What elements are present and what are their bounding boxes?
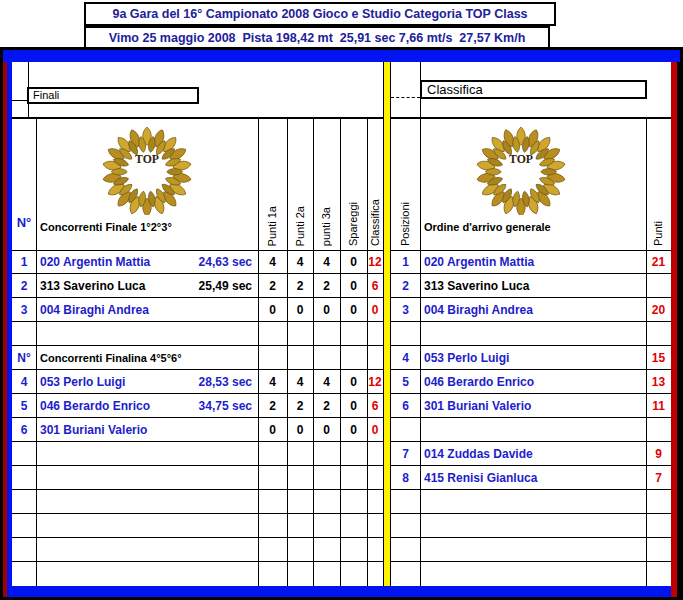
table-row: 5 046 Berardo Enrico 13 [391, 370, 671, 394]
competitor-cell: 004 Biraghi Andrea [40, 298, 258, 322]
rank-cell: 6 [391, 394, 420, 418]
classifica-cell: 6 [367, 274, 383, 298]
classifica-cell: 0 [367, 298, 383, 322]
rank-cell: 1 [12, 250, 36, 274]
competitor-name: 415 Renisi Gianluca [424, 466, 644, 490]
race-results-sheet: 9a Gara del 16° Campionato 2008 Gioco e … [0, 0, 683, 600]
competitor-cell: 301 Buriani Valerio [40, 418, 258, 442]
competitor-name: 313 Saverino Luca [40, 274, 145, 298]
punti1-cell: 4 [258, 370, 287, 394]
classifica-section-label: Classifica [420, 80, 647, 99]
gridline [12, 100, 28, 101]
laurel-wreath-icon: TOP [100, 121, 194, 215]
punti-cell: 9 [646, 442, 671, 466]
punti1-cell: 2 [258, 394, 287, 418]
competitor-cell: 046 Berardo Enrico 34,75 sec [40, 394, 258, 418]
competitor-name: 004 Biraghi Andrea [424, 298, 644, 322]
punti-cell: 21 [646, 250, 671, 274]
rank-cell: 4 [12, 370, 36, 394]
left-col-header-num: N° [12, 215, 36, 230]
competitor-name: 014 Zuddas Davide [424, 442, 644, 466]
table-top-border [391, 117, 671, 119]
competitor-name: 046 Berardo Enrico [424, 370, 644, 394]
competitor-name: 301 Buriani Valerio [40, 418, 147, 442]
table-row: 6 301 Buriani Valerio 0 0 0 0 0 [12, 418, 383, 442]
table-row: 1 020 Argentin Mattia 21 [391, 250, 671, 274]
punti3-cell: 4 [313, 370, 340, 394]
page-title: 9a Gara del 16° Campionato 2008 Gioco e … [84, 2, 556, 26]
competitor-time: 34,75 sec [199, 394, 252, 418]
finali-section-label: Finali [27, 87, 199, 104]
punti2-cell: 0 [287, 298, 313, 322]
spareggi-cell: 0 [340, 418, 367, 442]
competitor-cell: 313 Saverino Luca 25,49 sec [40, 274, 258, 298]
table-row: 3 004 Biraghi Andrea 0 0 0 0 0 [12, 298, 383, 322]
table-row: 7 014 Zuddas Davide 9 [391, 442, 671, 466]
table-row: 8 415 Renisi Gianluca 7 [391, 466, 671, 490]
competitor-time: 24,63 sec [199, 250, 252, 274]
left-col-header-punti3: punti 3a [313, 150, 340, 246]
rank-cell: 6 [12, 418, 36, 442]
rank-cell: 3 [12, 298, 36, 322]
frame-top-bar [3, 50, 680, 62]
punti-cell: 7 [646, 466, 671, 490]
punti2-cell: 4 [287, 370, 313, 394]
rank-cell: 1 [391, 250, 420, 274]
competitor-name: 004 Biraghi Andrea [40, 298, 149, 322]
classifica-cell: 6 [367, 394, 383, 418]
punti3-cell: 4 [313, 250, 340, 274]
competitor-time: 25,49 sec [199, 274, 252, 298]
punti3-cell: 2 [313, 274, 340, 298]
wreath-top-text: TOP [135, 153, 159, 166]
finalina-header-row: N° Concorrenti Finalina 4°5°6° [12, 346, 383, 370]
right-col-header-punti: Punti [646, 150, 671, 246]
spareggi-cell: 0 [340, 298, 367, 322]
rank-cell: 2 [12, 274, 36, 298]
competitor-name: 301 Buriani Valerio [424, 394, 644, 418]
punti2-cell: 2 [287, 274, 313, 298]
competitor-name: 046 Berardo Enrico [40, 394, 150, 418]
punti2-cell: 0 [287, 418, 313, 442]
left-col-header-competitors: Concorrenti Finale 1°2°3° [40, 221, 172, 233]
punti-cell: 15 [646, 346, 671, 370]
punti3-cell: 2 [313, 394, 340, 418]
rank-cell: 3 [391, 298, 420, 322]
competitor-cell: 020 Argentin Mattia 24,63 sec [40, 250, 258, 274]
frame-bottom-bar [7, 586, 671, 597]
table-row: 4 053 Perlo Luigi 28,53 sec 4 4 4 0 12 [12, 370, 383, 394]
finalina-num-header: N° [12, 346, 36, 370]
left-col-header-spareggi: Spareggi [340, 150, 367, 246]
dashed-gridline [391, 97, 420, 98]
left-col-header-punti2: Punti 2a [287, 150, 313, 246]
punti-cell: 20 [646, 298, 671, 322]
wreath-top-text: TOP [509, 153, 533, 166]
finalina-label: Concorrenti Finalina 4°5°6° [40, 346, 182, 370]
competitor-name: 020 Argentin Mattia [40, 250, 150, 274]
table-row: 6 301 Buriani Valerio 11 [391, 394, 671, 418]
table-row: 2 313 Saverino Luca 25,49 sec 2 2 2 0 6 [12, 274, 383, 298]
classifica-cell: 0 [367, 418, 383, 442]
punti3-cell: 0 [313, 418, 340, 442]
competitor-time: 28,53 sec [199, 370, 252, 394]
laurel-wreath-icon: TOP [474, 121, 568, 215]
punti-cell [646, 274, 671, 298]
table-row: 4 053 Perlo Luigi 15 [391, 346, 671, 370]
table-row: 2 313 Saverino Luca [391, 274, 671, 298]
competitor-name: 053 Perlo Luigi [424, 346, 644, 370]
left-col-header-punti1: Punti 1a [258, 150, 287, 246]
spareggi-cell: 0 [340, 250, 367, 274]
table-row: 3 004 Biraghi Andrea 20 [391, 298, 671, 322]
right-col-header-order: Ordine d'arrivo generale [424, 221, 551, 233]
rank-cell: 2 [391, 274, 420, 298]
rank-cell: 4 [391, 346, 420, 370]
table-row: 5 046 Berardo Enrico 34,75 sec 2 2 2 0 6 [12, 394, 383, 418]
competitor-name: 020 Argentin Mattia [424, 250, 644, 274]
punti-cell: 13 [646, 370, 671, 394]
frame-right-red-stripe [671, 62, 677, 597]
table-top-border [12, 117, 383, 119]
left-col-header-classifica: Classifica [367, 150, 383, 246]
punti1-cell: 0 [258, 298, 287, 322]
classifica-cell: 12 [367, 250, 383, 274]
punti1-cell: 0 [258, 418, 287, 442]
punti1-cell: 2 [258, 274, 287, 298]
